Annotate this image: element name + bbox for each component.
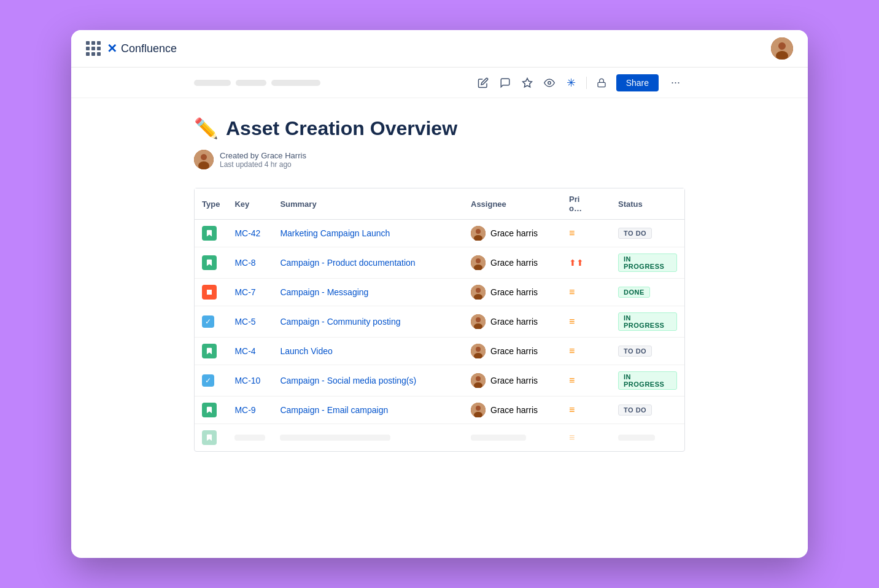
assignee-cell: Grace harris xyxy=(463,306,562,338)
issue-key-link[interactable]: MC-7 xyxy=(234,287,255,297)
breadcrumb-item-2 xyxy=(236,80,266,86)
priority-header-line2: o… xyxy=(569,204,582,213)
assignee-name: Grace harris xyxy=(490,376,538,385)
toolbar-actions: ✳ Share ··· xyxy=(476,74,685,91)
issue-summary-text[interactable]: Campaign - Product documentation xyxy=(280,258,415,268)
page-title: Asset Creation Overview xyxy=(226,117,457,140)
assignee-avatar xyxy=(471,373,486,388)
star-icon[interactable] xyxy=(520,75,535,90)
user-avatar[interactable] xyxy=(771,37,793,60)
svg-point-26 xyxy=(476,376,481,381)
issue-summary-text[interactable]: Campaign - Social media posting(s) xyxy=(280,376,416,385)
priority-cell: ≡ xyxy=(562,365,611,397)
priority-cell: ≡ xyxy=(562,220,611,247)
watch-icon[interactable] xyxy=(542,75,557,90)
svg-point-10 xyxy=(476,229,481,234)
summary-cell[interactable]: Campaign - Community posting xyxy=(273,306,463,338)
status-badge: TO DO xyxy=(618,346,652,357)
priority-cell: ≡ xyxy=(562,306,611,338)
priority-medium-icon: ≡ xyxy=(569,346,575,356)
status-cell: IN PROGRESS xyxy=(611,365,684,397)
key-cell[interactable]: MC-5 xyxy=(227,306,273,338)
assignee-avatar xyxy=(471,314,486,329)
summary-cell[interactable]: Campaign - Product documentation xyxy=(273,247,463,279)
col-header-status: Status xyxy=(611,188,684,220)
status-cell: DONE xyxy=(611,279,684,306)
col-header-type: Type xyxy=(195,188,227,220)
issue-key-link[interactable]: MC-42 xyxy=(234,228,260,238)
svg-marker-3 xyxy=(522,78,532,87)
svg-rect-5 xyxy=(598,82,605,87)
summary-cell[interactable]: Marketing Campaign Launch xyxy=(273,220,463,247)
share-button[interactable]: Share xyxy=(616,74,659,91)
table-row: ✓ MC-10 Campaign - Social media posting(… xyxy=(195,365,684,397)
key-cell[interactable]: MC-10 xyxy=(227,365,273,397)
issue-key-link[interactable]: MC-5 xyxy=(234,317,255,327)
key-cell[interactable]: MC-8 xyxy=(227,247,273,279)
summary-cell[interactable]: Campaign - Social media posting(s) xyxy=(273,365,463,397)
status-cell: TO DO xyxy=(611,220,684,247)
comment-icon[interactable] xyxy=(498,75,513,90)
assignee-cell: Grace harris xyxy=(463,220,562,247)
loading-icon: ✳ xyxy=(564,75,579,90)
author-info: Created by Grace Harris Last updated 4 h… xyxy=(220,151,306,169)
svg-point-4 xyxy=(548,81,551,84)
app-grid-icon[interactable] xyxy=(86,41,101,56)
priority-header-line1: Pri xyxy=(569,195,579,204)
issue-key-link[interactable]: MC-8 xyxy=(234,258,255,268)
nav-right xyxy=(771,37,793,60)
issue-summary-text[interactable]: Campaign - Messaging xyxy=(280,287,368,297)
confluence-x-icon: ✕ xyxy=(107,41,117,56)
nav-bar: ✕ Confluence xyxy=(71,30,808,68)
issues-table: Type Key Summary Assignee Pri o… Status xyxy=(194,188,685,452)
app-name: Confluence xyxy=(121,42,177,55)
svg-point-7 xyxy=(201,154,207,160)
svg-point-29 xyxy=(476,406,481,411)
col-header-summary: Summary xyxy=(273,188,463,220)
svg-point-23 xyxy=(476,347,481,352)
type-cell xyxy=(195,220,227,247)
edit-icon[interactable] xyxy=(476,75,490,90)
type-story-icon xyxy=(202,344,217,358)
type-checkbox-icon: ✓ xyxy=(202,315,214,328)
page-emoji: ✏️ xyxy=(194,117,219,140)
last-updated: Last updated 4 hr ago xyxy=(220,160,306,169)
priority-medium-icon: ≡ xyxy=(569,432,575,443)
summary-cell[interactable]: Launch Video xyxy=(273,338,463,365)
lock-icon[interactable] xyxy=(594,75,609,90)
issue-summary-text[interactable]: Marketing Campaign Launch xyxy=(280,228,390,238)
svg-point-20 xyxy=(476,317,481,322)
type-cell xyxy=(195,397,227,424)
type-story-icon xyxy=(202,255,217,270)
type-story-icon xyxy=(202,403,217,417)
more-options-button[interactable]: ··· xyxy=(666,74,685,91)
assignee-name: Grace harris xyxy=(490,287,538,297)
type-cell xyxy=(195,279,227,306)
breadcrumb-area xyxy=(194,80,320,86)
confluence-logo[interactable]: ✕ Confluence xyxy=(107,41,177,56)
assignee-cell: Grace harris xyxy=(463,365,562,397)
key-cell[interactable]: MC-9 xyxy=(227,397,273,424)
summary-cell[interactable]: Campaign - Email campaign xyxy=(273,397,463,424)
key-cell[interactable]: MC-7 xyxy=(227,279,273,306)
priority-cell: ≡ xyxy=(562,279,611,306)
status-cell: TO DO xyxy=(611,397,684,424)
issue-key-link[interactable]: MC-10 xyxy=(234,376,260,385)
table-row: MC-7 Campaign - Messaging Grace harris ≡… xyxy=(195,279,684,306)
priority-high-icon: ⬆⬆ xyxy=(569,258,584,268)
issue-key-link[interactable]: MC-9 xyxy=(234,405,255,415)
key-cell[interactable]: MC-42 xyxy=(227,220,273,247)
issue-summary-text[interactable]: Campaign - Community posting xyxy=(280,317,400,327)
summary-cell[interactable]: Campaign - Messaging xyxy=(273,279,463,306)
type-cell xyxy=(195,338,227,365)
type-task-icon xyxy=(202,285,217,300)
status-cell xyxy=(611,424,684,451)
assignee-cell: Grace harris xyxy=(463,338,562,365)
content-area: ✏️ Asset Creation Overview Created by Gr… xyxy=(71,98,808,470)
issue-summary-text[interactable]: Campaign - Email campaign xyxy=(280,405,388,415)
issue-key-link[interactable]: MC-4 xyxy=(234,346,255,356)
status-badge: TO DO xyxy=(618,404,652,416)
page-title-row: ✏️ Asset Creation Overview xyxy=(194,117,685,140)
issue-summary-text[interactable]: Launch Video xyxy=(280,346,332,356)
key-cell[interactable]: MC-4 xyxy=(227,338,273,365)
